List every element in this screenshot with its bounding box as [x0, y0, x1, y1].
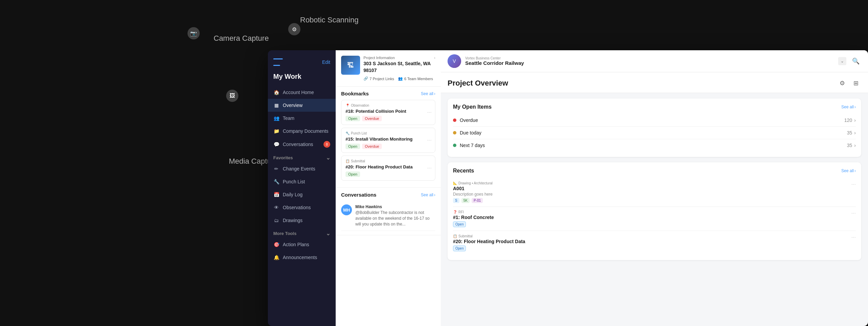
target-icon: 🎯 — [273, 241, 279, 248]
conversation-content: Mike Hawkins @BobBuilder The subcontract… — [355, 204, 435, 227]
my-open-items-card: My Open Items See all › Overdue 120 › — [448, 98, 861, 157]
sidebar-item-daily-log[interactable]: 📅 Daily Log — [268, 188, 336, 201]
see-all-arrow-icon: › — [434, 91, 435, 96]
calendar-icon: 📅 — [273, 192, 279, 198]
sidebar-item-label: Team — [283, 115, 294, 121]
team-members-chip: 👥 6 Team Members — [398, 76, 433, 81]
recent-item-rfi[interactable]: ❓ RFI #1: Roof Concrete Open ··· — [453, 207, 856, 231]
sidebar-item-announcements[interactable]: 🔔 Announcements — [268, 251, 336, 264]
sidebar-item-observations[interactable]: 👁 Observations — [268, 201, 336, 214]
photo-icon: 🖼 — [226, 90, 238, 102]
more-tools-section-header[interactable]: More Tools ⌄ — [268, 227, 336, 238]
bookmark-tags: Open Overdue — [346, 116, 431, 121]
punch-list-icon: 🔧 — [346, 131, 350, 135]
tag-open: Open — [453, 246, 466, 251]
bookmark-more-icon[interactable]: ··· — [427, 165, 432, 171]
recent-tags: Open — [453, 246, 848, 251]
sidebar-item-change-events[interactable]: ✏ Change Events — [268, 162, 336, 175]
bookmark-more-icon[interactable]: ··· — [427, 109, 432, 115]
sidebar-item-conversations[interactable]: 💬 Conversations 8 — [268, 138, 336, 151]
right-panel-header: V Vortex Business Center Seattle Corrido… — [441, 50, 868, 72]
conversations-see-all-button[interactable]: See all › — [421, 193, 435, 197]
more-tools-label: More Tools — [273, 231, 296, 236]
settings-button[interactable]: ⚙ — [837, 78, 848, 89]
recent-more-icon[interactable]: ··· — [851, 234, 856, 240]
conversations-section: Conversations See all › MH Mike Hawkins … — [336, 188, 441, 235]
sidebar-item-company-documents[interactable]: 📁 Company Documents — [268, 125, 336, 138]
sidebar-item-overview[interactable]: ▦ Overview — [268, 99, 336, 112]
team-members-count: 6 Team Members — [404, 77, 433, 81]
header-actions: ⌄ 🔍 — [838, 56, 861, 67]
sidebar-item-action-plans[interactable]: 🎯 Action Plans — [268, 238, 336, 251]
bookmarks-header: Bookmarks See all › — [341, 91, 435, 96]
project-info-label-text: Project Information — [363, 56, 395, 60]
overdue-label: Overdue — [460, 117, 478, 123]
project-overview-header: Project Overview ⚙ ⊞ — [441, 72, 868, 93]
home-icon: 🏠 — [273, 89, 279, 95]
see-all-arrow-icon: › — [854, 105, 856, 109]
bookmark-item-submittal[interactable]: 📋 Submittal #20: Floor Heating Product D… — [341, 156, 435, 181]
favorites-chevron-icon: ⌄ — [326, 155, 330, 161]
see-all-label: See all — [841, 105, 854, 109]
tag-overdue: Overdue — [362, 144, 382, 149]
sidebar-item-label: Punch List — [283, 179, 305, 184]
bookmarks-title: Bookmarks — [341, 91, 369, 96]
conversation-avatar: MH — [341, 204, 352, 215]
tag-5k: 5K — [461, 198, 470, 203]
recent-type: 📋 Submittal — [453, 234, 848, 238]
sidebar-item-label: Observations — [283, 205, 311, 210]
sidebar-item-account-home[interactable]: 🏠 Account Home — [268, 86, 336, 99]
search-button[interactable]: 🔍 — [850, 56, 861, 67]
sidebar-item-label: Overview — [283, 103, 302, 108]
open-item-due-today[interactable]: Due today 35 › — [453, 127, 856, 139]
bookmark-type: 📋 Submittal — [346, 159, 431, 163]
sidebar-item-label: Action Plans — [283, 242, 309, 247]
robot-icon: ⚙ — [288, 23, 300, 35]
bookmark-name: #20: Floor Heating Product Data — [346, 164, 431, 169]
conversations-badge: 8 — [323, 141, 330, 148]
dropdown-icon[interactable]: ⌄ — [838, 57, 846, 65]
due-today-count: 35 › — [847, 130, 856, 135]
sidebar-item-drawings[interactable]: 🗂 Drawings — [268, 214, 336, 227]
open-item-overdue[interactable]: Overdue 120 › — [453, 114, 856, 127]
overview-actions: ⚙ ⊞ — [837, 78, 861, 89]
chat-icon: 💬 — [273, 141, 279, 147]
conversation-item[interactable]: MH Mike Hawkins @BobBuilder The subcontr… — [341, 201, 435, 231]
bookmark-more-icon[interactable]: ··· — [427, 137, 432, 143]
recent-more-icon[interactable]: ··· — [851, 181, 856, 187]
main-panel: Edit My Work 🏠 Account Home ▦ Overview 👥… — [268, 50, 868, 326]
recent-item-submittal[interactable]: 📋 Submittal #20: Floor Heating Product D… — [453, 231, 856, 255]
observation-icon: 📍 — [346, 104, 350, 107]
recent-item-drawing[interactable]: 📐 Drawing • Architectural A001 Descripti… — [453, 178, 856, 207]
recent-desc: Description goes here — [453, 192, 848, 197]
recents-card: Recents See all › 📐 Drawing • Architectu… — [448, 162, 861, 260]
sidebar-item-label: Daily Log — [283, 192, 302, 197]
bookmark-item-observation[interactable]: 📍 Observation #18: Potential Collision P… — [341, 100, 435, 125]
bookmarks-section: Bookmarks See all › 📍 Observation #18: P… — [336, 87, 441, 188]
menu-icon[interactable] — [273, 58, 283, 66]
account-text-area: Vortex Business Center Seattle Corridor … — [465, 56, 524, 66]
sidebar-item-label: Change Events — [283, 166, 315, 171]
bell-icon: 🔔 — [273, 254, 279, 260]
recent-more-icon[interactable]: ··· — [851, 210, 856, 216]
favorites-label: Favorites — [273, 155, 293, 160]
due-today-dot — [453, 131, 456, 134]
open-item-next-7-days[interactable]: Next 7 days 35 › — [453, 139, 856, 151]
see-all-arrow-icon: › — [854, 168, 856, 173]
more-tools-chevron-icon: ⌄ — [326, 230, 330, 237]
bookmark-item-punch-list[interactable]: 🔧 Punch List #15: Install Vibration Moni… — [341, 128, 435, 153]
recents-see-all-button[interactable]: See all › — [841, 168, 856, 173]
sidebar-item-team[interactable]: 👥 Team — [268, 112, 336, 125]
tag-open: Open — [346, 171, 360, 177]
bookmarks-see-all-button[interactable]: See all › — [421, 91, 435, 96]
recent-tags: Open — [453, 221, 848, 227]
right-panel: V Vortex Business Center Seattle Corrido… — [441, 50, 868, 326]
pencil-icon: ✏ — [273, 166, 279, 172]
sidebar-item-punch-list[interactable]: 🔧 Punch List — [268, 175, 336, 188]
my-open-items-see-all-button[interactable]: See all › — [841, 105, 856, 109]
edit-button[interactable]: Edit — [322, 59, 330, 65]
filter-button[interactable]: ⊞ — [850, 78, 861, 89]
project-info-arrow-icon: › — [434, 56, 435, 60]
account-avatar: V — [448, 54, 461, 68]
favorites-section-header[interactable]: Favorites ⌄ — [268, 151, 336, 162]
